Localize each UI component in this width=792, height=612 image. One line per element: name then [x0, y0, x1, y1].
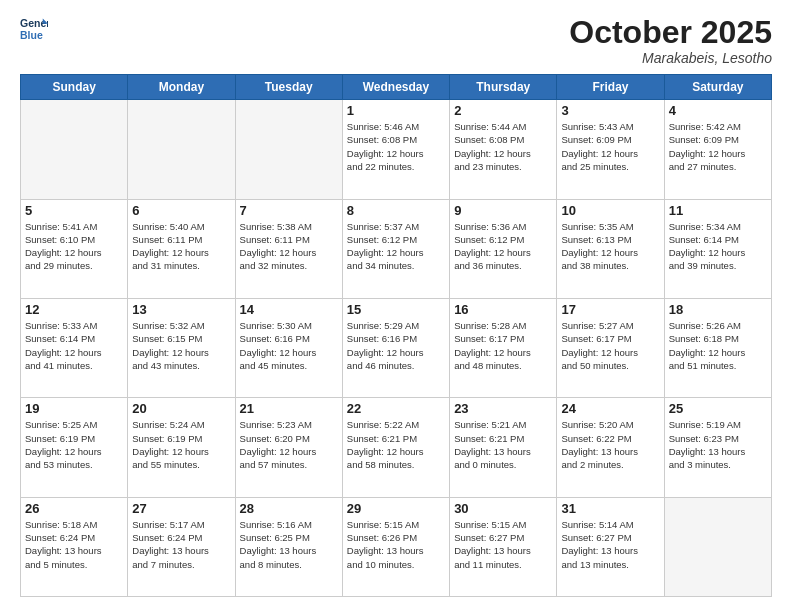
cell-info: Sunrise: 5:27 AMSunset: 6:17 PMDaylight:… [561, 319, 659, 372]
calendar-week-row: 26Sunrise: 5:18 AMSunset: 6:24 PMDayligh… [21, 497, 772, 596]
calendar-week-row: 5Sunrise: 5:41 AMSunset: 6:10 PMDaylight… [21, 199, 772, 298]
day-number: 1 [347, 103, 445, 118]
cell-info: Sunrise: 5:23 AMSunset: 6:20 PMDaylight:… [240, 418, 338, 471]
day-number: 6 [132, 203, 230, 218]
day-number: 31 [561, 501, 659, 516]
title-section: October 2025 Marakabeis, Lesotho [569, 15, 772, 66]
calendar-cell: 12Sunrise: 5:33 AMSunset: 6:14 PMDayligh… [21, 298, 128, 397]
calendar-cell: 6Sunrise: 5:40 AMSunset: 6:11 PMDaylight… [128, 199, 235, 298]
calendar-cell [235, 100, 342, 199]
cell-info: Sunrise: 5:20 AMSunset: 6:22 PMDaylight:… [561, 418, 659, 471]
calendar-cell: 20Sunrise: 5:24 AMSunset: 6:19 PMDayligh… [128, 398, 235, 497]
day-number: 27 [132, 501, 230, 516]
weekday-header: Friday [557, 75, 664, 100]
cell-info: Sunrise: 5:36 AMSunset: 6:12 PMDaylight:… [454, 220, 552, 273]
calendar-cell: 24Sunrise: 5:20 AMSunset: 6:22 PMDayligh… [557, 398, 664, 497]
calendar-week-row: 19Sunrise: 5:25 AMSunset: 6:19 PMDayligh… [21, 398, 772, 497]
cell-info: Sunrise: 5:17 AMSunset: 6:24 PMDaylight:… [132, 518, 230, 571]
calendar-cell: 14Sunrise: 5:30 AMSunset: 6:16 PMDayligh… [235, 298, 342, 397]
svg-text:Blue: Blue [20, 29, 43, 41]
calendar-cell: 11Sunrise: 5:34 AMSunset: 6:14 PMDayligh… [664, 199, 771, 298]
day-number: 29 [347, 501, 445, 516]
day-number: 23 [454, 401, 552, 416]
day-number: 3 [561, 103, 659, 118]
weekday-header: Wednesday [342, 75, 449, 100]
calendar-cell [664, 497, 771, 596]
calendar-cell: 15Sunrise: 5:29 AMSunset: 6:16 PMDayligh… [342, 298, 449, 397]
cell-info: Sunrise: 5:16 AMSunset: 6:25 PMDaylight:… [240, 518, 338, 571]
weekday-header: Tuesday [235, 75, 342, 100]
cell-info: Sunrise: 5:15 AMSunset: 6:27 PMDaylight:… [454, 518, 552, 571]
cell-info: Sunrise: 5:30 AMSunset: 6:16 PMDaylight:… [240, 319, 338, 372]
calendar-cell: 18Sunrise: 5:26 AMSunset: 6:18 PMDayligh… [664, 298, 771, 397]
cell-info: Sunrise: 5:24 AMSunset: 6:19 PMDaylight:… [132, 418, 230, 471]
cell-info: Sunrise: 5:46 AMSunset: 6:08 PMDaylight:… [347, 120, 445, 173]
calendar-cell: 31Sunrise: 5:14 AMSunset: 6:27 PMDayligh… [557, 497, 664, 596]
day-number: 10 [561, 203, 659, 218]
weekday-header: Monday [128, 75, 235, 100]
day-number: 25 [669, 401, 767, 416]
weekday-header: Sunday [21, 75, 128, 100]
day-number: 19 [25, 401, 123, 416]
calendar-cell: 4Sunrise: 5:42 AMSunset: 6:09 PMDaylight… [664, 100, 771, 199]
month-title: October 2025 [569, 15, 772, 50]
calendar-cell: 2Sunrise: 5:44 AMSunset: 6:08 PMDaylight… [450, 100, 557, 199]
calendar-cell: 29Sunrise: 5:15 AMSunset: 6:26 PMDayligh… [342, 497, 449, 596]
day-number: 30 [454, 501, 552, 516]
logo-icon: General Blue [20, 15, 48, 43]
cell-info: Sunrise: 5:28 AMSunset: 6:17 PMDaylight:… [454, 319, 552, 372]
day-number: 24 [561, 401, 659, 416]
day-number: 18 [669, 302, 767, 317]
calendar-cell: 23Sunrise: 5:21 AMSunset: 6:21 PMDayligh… [450, 398, 557, 497]
logo: General Blue [20, 15, 48, 43]
day-number: 7 [240, 203, 338, 218]
weekday-header: Saturday [664, 75, 771, 100]
calendar-cell: 13Sunrise: 5:32 AMSunset: 6:15 PMDayligh… [128, 298, 235, 397]
cell-info: Sunrise: 5:32 AMSunset: 6:15 PMDaylight:… [132, 319, 230, 372]
calendar-cell: 22Sunrise: 5:22 AMSunset: 6:21 PMDayligh… [342, 398, 449, 497]
cell-info: Sunrise: 5:18 AMSunset: 6:24 PMDaylight:… [25, 518, 123, 571]
calendar-cell: 21Sunrise: 5:23 AMSunset: 6:20 PMDayligh… [235, 398, 342, 497]
day-number: 12 [25, 302, 123, 317]
cell-info: Sunrise: 5:19 AMSunset: 6:23 PMDaylight:… [669, 418, 767, 471]
calendar-cell: 19Sunrise: 5:25 AMSunset: 6:19 PMDayligh… [21, 398, 128, 497]
day-number: 11 [669, 203, 767, 218]
calendar-table: SundayMondayTuesdayWednesdayThursdayFrid… [20, 74, 772, 597]
day-number: 4 [669, 103, 767, 118]
day-number: 28 [240, 501, 338, 516]
calendar-cell: 17Sunrise: 5:27 AMSunset: 6:17 PMDayligh… [557, 298, 664, 397]
weekday-header-row: SundayMondayTuesdayWednesdayThursdayFrid… [21, 75, 772, 100]
day-number: 8 [347, 203, 445, 218]
day-number: 21 [240, 401, 338, 416]
cell-info: Sunrise: 5:21 AMSunset: 6:21 PMDaylight:… [454, 418, 552, 471]
cell-info: Sunrise: 5:42 AMSunset: 6:09 PMDaylight:… [669, 120, 767, 173]
cell-info: Sunrise: 5:41 AMSunset: 6:10 PMDaylight:… [25, 220, 123, 273]
cell-info: Sunrise: 5:44 AMSunset: 6:08 PMDaylight:… [454, 120, 552, 173]
day-number: 14 [240, 302, 338, 317]
calendar-cell: 10Sunrise: 5:35 AMSunset: 6:13 PMDayligh… [557, 199, 664, 298]
cell-info: Sunrise: 5:25 AMSunset: 6:19 PMDaylight:… [25, 418, 123, 471]
calendar-cell: 8Sunrise: 5:37 AMSunset: 6:12 PMDaylight… [342, 199, 449, 298]
calendar-cell [128, 100, 235, 199]
calendar-cell: 9Sunrise: 5:36 AMSunset: 6:12 PMDaylight… [450, 199, 557, 298]
calendar-week-row: 12Sunrise: 5:33 AMSunset: 6:14 PMDayligh… [21, 298, 772, 397]
calendar-cell: 28Sunrise: 5:16 AMSunset: 6:25 PMDayligh… [235, 497, 342, 596]
day-number: 15 [347, 302, 445, 317]
cell-info: Sunrise: 5:43 AMSunset: 6:09 PMDaylight:… [561, 120, 659, 173]
weekday-header: Thursday [450, 75, 557, 100]
header: General Blue October 2025 Marakabeis, Le… [20, 15, 772, 66]
calendar-cell: 25Sunrise: 5:19 AMSunset: 6:23 PMDayligh… [664, 398, 771, 497]
location: Marakabeis, Lesotho [569, 50, 772, 66]
cell-info: Sunrise: 5:37 AMSunset: 6:12 PMDaylight:… [347, 220, 445, 273]
calendar-cell: 7Sunrise: 5:38 AMSunset: 6:11 PMDaylight… [235, 199, 342, 298]
cell-info: Sunrise: 5:22 AMSunset: 6:21 PMDaylight:… [347, 418, 445, 471]
calendar-cell: 3Sunrise: 5:43 AMSunset: 6:09 PMDaylight… [557, 100, 664, 199]
calendar-cell: 30Sunrise: 5:15 AMSunset: 6:27 PMDayligh… [450, 497, 557, 596]
calendar-cell: 5Sunrise: 5:41 AMSunset: 6:10 PMDaylight… [21, 199, 128, 298]
cell-info: Sunrise: 5:29 AMSunset: 6:16 PMDaylight:… [347, 319, 445, 372]
day-number: 5 [25, 203, 123, 218]
cell-info: Sunrise: 5:33 AMSunset: 6:14 PMDaylight:… [25, 319, 123, 372]
calendar-cell: 26Sunrise: 5:18 AMSunset: 6:24 PMDayligh… [21, 497, 128, 596]
day-number: 20 [132, 401, 230, 416]
cell-info: Sunrise: 5:34 AMSunset: 6:14 PMDaylight:… [669, 220, 767, 273]
